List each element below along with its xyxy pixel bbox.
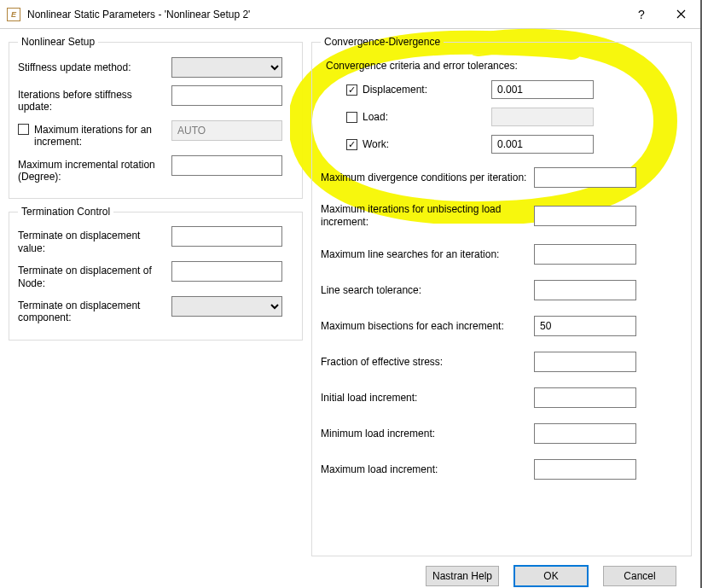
window-title: Nonlinear Static Parameters - 'Nonlinear… <box>27 9 622 20</box>
maximum-increment-label: Maximum load increment: <box>321 463 534 476</box>
line-tolerance-label: Line search tolerance: <box>321 284 534 297</box>
nastran-help-button[interactable]: Nastran Help <box>426 566 499 586</box>
max-rotation-input[interactable] <box>171 155 282 176</box>
terminate-disp-value-label: Terminate on displacement value: <box>18 226 171 254</box>
max-rotation-label: Maximum incremental rotation (Degree): <box>18 155 171 183</box>
displacement-checkbox[interactable] <box>346 84 357 96</box>
terminate-disp-component-label: Terminate on displacement component: <box>18 296 171 324</box>
iterations-before-update-input[interactable] <box>171 85 282 106</box>
max-line-search-input[interactable] <box>534 244 636 265</box>
close-icon <box>676 9 686 19</box>
line-tolerance-input[interactable] <box>534 280 636 300</box>
group-legend: Convergence-Divergence <box>321 36 444 48</box>
terminate-disp-component-select[interactable] <box>171 296 282 317</box>
initial-increment-label: Initial load increment: <box>321 392 534 405</box>
help-button[interactable]: ? <box>622 0 661 28</box>
max-iter-input <box>171 120 282 141</box>
ok-button[interactable]: OK <box>514 566 588 586</box>
max-iter-unbisect-label: Maximum iterations for unbisecting load … <box>321 203 534 229</box>
max-iter-checkbox[interactable] <box>18 124 29 135</box>
work-checkbox[interactable] <box>346 139 357 150</box>
fraction-stress-input[interactable] <box>534 352 636 372</box>
nonlinear-setup-group: Nonlinear Setup Stiffness update method:… <box>9 36 303 199</box>
fraction-stress-label: Fraction of effective stress: <box>321 356 534 369</box>
displacement-value-input[interactable] <box>491 80 594 99</box>
displacement-label: Displacement: <box>363 84 427 96</box>
max-bisections-label: Maximum bisections for each increment: <box>321 320 534 333</box>
close-button[interactable] <box>661 0 700 28</box>
title-bar: E Nonlinear Static Parameters - 'Nonline… <box>0 0 700 29</box>
app-icon: E <box>7 8 20 21</box>
load-value-input <box>491 108 594 126</box>
terminate-disp-value-input[interactable] <box>171 226 282 247</box>
criteria-label: Convergence criteria and error tolerance… <box>326 60 682 72</box>
dialog-footer: Nastran Help OK Cancel <box>0 563 700 588</box>
minimum-increment-label: Minimum load increment: <box>321 428 534 440</box>
dialog-window: E Nonlinear Static Parameters - 'Nonline… <box>0 0 702 588</box>
work-label: Work: <box>363 138 389 150</box>
stiffness-method-select[interactable] <box>171 57 282 78</box>
max-iter-unbisect-input[interactable] <box>534 206 636 226</box>
minimum-increment-input[interactable] <box>534 423 636 444</box>
group-legend: Termination Control <box>18 206 113 218</box>
max-divergence-input[interactable] <box>534 167 636 188</box>
load-label: Load: <box>363 111 388 123</box>
load-checkbox[interactable] <box>346 112 357 123</box>
convergence-divergence-group: Convergence-Divergence Convergence crite… <box>311 36 692 556</box>
work-value-input[interactable] <box>491 135 594 154</box>
max-bisections-input[interactable] <box>534 316 636 336</box>
max-line-search-label: Maximum line searches for an iteration: <box>321 248 534 261</box>
max-iter-label: Maximum iterations for an increment: <box>34 124 165 148</box>
terminate-disp-node-input[interactable] <box>171 261 282 282</box>
group-legend: Nonlinear Setup <box>18 36 98 48</box>
iterations-before-update-label: Iterations before stiffness update: <box>18 85 171 114</box>
stiffness-method-label: Stiffness update method: <box>18 61 171 73</box>
max-divergence-label: Maximum divergence conditions per iterat… <box>321 172 534 184</box>
termination-control-group: Termination Control Terminate on displac… <box>9 206 303 340</box>
maximum-increment-input[interactable] <box>534 459 636 480</box>
cancel-button[interactable]: Cancel <box>603 566 676 586</box>
initial-increment-input[interactable] <box>534 387 636 408</box>
terminate-disp-node-label: Terminate on displacement of Node: <box>18 261 171 289</box>
